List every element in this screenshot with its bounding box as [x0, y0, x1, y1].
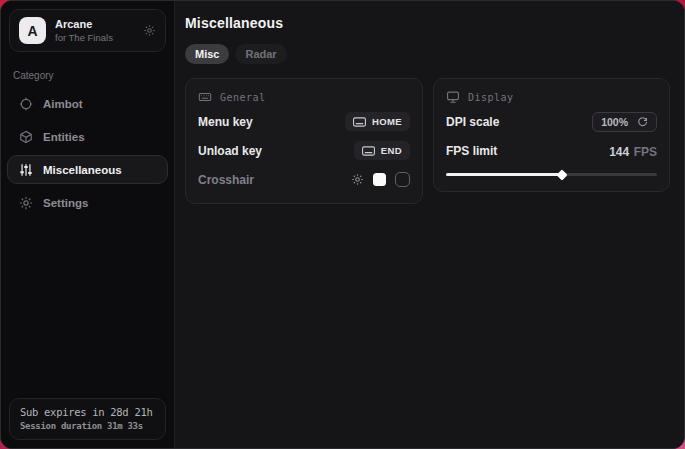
sidebar-item-aimbot[interactable]: Aimbot	[7, 89, 168, 118]
dpi-scale-label: DPI scale	[446, 115, 499, 129]
unload-key-label: Unload key	[198, 144, 262, 158]
crosshair-color-swatch[interactable]	[373, 173, 386, 186]
tab-radar[interactable]: Radar	[235, 44, 286, 64]
gear-icon	[19, 196, 33, 210]
dpi-scale-row: DPI scale 100%	[446, 110, 657, 133]
keyboard-icon	[362, 146, 375, 156]
sidebar-item-label: Miscellaneous	[43, 164, 122, 176]
menu-key-label: Menu key	[198, 115, 253, 129]
sidebar-item-label: Aimbot	[43, 98, 83, 110]
cube-icon	[19, 130, 33, 144]
card-header-label: General	[220, 92, 266, 103]
category-nav: Aimbot Entities Miscella	[1, 89, 174, 217]
page-title: Miscellaneous	[185, 15, 670, 31]
subscription-box: Sub expires in 28d 21h Session duration …	[9, 398, 166, 440]
sidebar-item-label: Entities	[43, 131, 85, 143]
fps-limit-row: FPS limit 144 FPS	[446, 139, 657, 162]
fps-limit-slider[interactable]	[446, 169, 657, 179]
tab-bar: Misc Radar	[185, 44, 670, 64]
main-panel: Miscellaneous Misc Radar General	[175, 1, 684, 448]
fps-limit-value: 144	[609, 145, 629, 159]
sidebar-item-settings[interactable]: Settings	[7, 188, 168, 217]
fps-limit-unit: FPS	[634, 145, 657, 159]
brand-card: A Arcane for The Finals	[9, 9, 166, 52]
rotate-icon	[637, 116, 648, 127]
menu-key-row: Menu key HOME	[198, 110, 410, 133]
app-window: A Arcane for The Finals Category	[0, 0, 685, 449]
fps-limit-label: FPS limit	[446, 144, 497, 158]
crosshair-checkbox[interactable]	[395, 172, 410, 187]
general-card: General Menu key HOME	[185, 78, 423, 204]
unload-key-row: Unload key END	[198, 139, 410, 162]
sidebar: A Arcane for The Finals Category	[1, 1, 175, 448]
fps-slider-fill	[446, 173, 562, 176]
crosshair-row: Crosshair	[198, 168, 410, 191]
keyboard-icon	[198, 90, 212, 104]
tab-misc[interactable]: Misc	[185, 44, 229, 64]
monitor-icon	[446, 90, 460, 104]
crosshair-label: Crosshair	[198, 173, 254, 187]
dpi-scale-value: 100%	[601, 116, 628, 128]
gear-icon[interactable]	[143, 24, 156, 37]
display-card: Display DPI scale 100%	[433, 78, 670, 192]
category-label: Category	[13, 70, 162, 81]
sidebar-item-label: Settings	[43, 197, 88, 209]
unload-key-bind-button[interactable]: END	[354, 141, 410, 160]
keybind-value: HOME	[372, 116, 402, 127]
card-header-label: Display	[468, 92, 514, 103]
crosshair-icon	[19, 97, 33, 111]
slider-thumb[interactable]	[556, 169, 567, 180]
sidebar-item-entities[interactable]: Entities	[7, 122, 168, 151]
dpi-scale-selector[interactable]: 100%	[592, 112, 657, 132]
sub-expiry-text: Sub expires in 28d 21h	[20, 406, 155, 418]
keyboard-icon	[353, 117, 366, 127]
session-duration-text: Session duration 31m 33s	[20, 421, 155, 431]
menu-key-bind-button[interactable]: HOME	[345, 112, 410, 131]
brand-subtitle: for The Finals	[55, 32, 113, 43]
brand-title: Arcane	[55, 18, 113, 30]
keybind-value: END	[381, 145, 402, 156]
sidebar-item-miscellaneous[interactable]: Miscellaneous	[7, 155, 168, 184]
sliders-icon	[19, 163, 33, 177]
crosshair-settings-gear-icon[interactable]	[351, 173, 364, 186]
brand-logo: A	[19, 17, 46, 44]
